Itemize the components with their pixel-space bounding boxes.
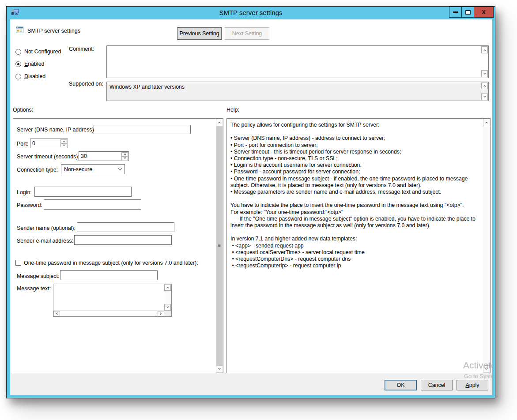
chevron-right-icon <box>159 312 162 315</box>
chevron-up-icon <box>485 122 488 124</box>
port-spinner <box>60 139 67 147</box>
chevron-down-icon <box>166 305 169 308</box>
connection-type-label: Connection type: <box>17 167 58 173</box>
password-input[interactable] <box>44 199 141 210</box>
policy-setting-icon <box>16 26 24 34</box>
help-scrollbar[interactable] <box>483 119 490 373</box>
help-section-label: Help: <box>226 107 239 113</box>
chevron-down-icon <box>483 95 486 98</box>
radio-circle <box>15 61 21 67</box>
message-text-vscrollbar[interactable] <box>164 284 171 311</box>
minimize-button[interactable] <box>449 7 462 18</box>
radio-circle <box>15 49 21 55</box>
smtp-settings-window: SMTP server settings X SMTP server <box>6 6 495 398</box>
scroll-left-button[interactable] <box>53 311 60 316</box>
radio-label: Not Configured <box>24 49 61 55</box>
options-panel: Server (DNS name, IP address): Port: 0 S… <box>13 118 223 373</box>
timeout-spin-down-button[interactable] <box>121 156 128 161</box>
sender-email-label: Sender e-mail address: <box>17 238 73 244</box>
timeout-label: Server timeout (seconds): <box>17 154 79 160</box>
port-input[interactable]: 0 <box>30 139 68 148</box>
help-panel: The policy allows for configuring the se… <box>226 118 491 373</box>
supported-on-value: Windows XP and later versions <box>109 84 185 90</box>
chevron-down-icon <box>124 156 126 159</box>
chevron-up-icon <box>218 122 221 124</box>
options-scroll-down-button[interactable] <box>216 365 223 373</box>
timeout-spinner <box>121 152 128 160</box>
previous-setting-label: P <box>179 30 183 37</box>
connection-type-value: Non-secure <box>64 166 116 172</box>
options-scroll-up-button[interactable] <box>216 119 223 126</box>
scroll-up-button[interactable] <box>164 284 171 291</box>
server-input[interactable] <box>94 125 191 134</box>
comment-scroll-up-button[interactable] <box>481 46 488 53</box>
ok-button[interactable]: OK <box>385 380 417 390</box>
options-section-label: Options: <box>13 107 33 113</box>
maximize-icon <box>465 10 471 15</box>
chevron-down-icon <box>118 167 122 170</box>
chevron-down-icon <box>63 143 65 146</box>
supported-scroll-down-button[interactable] <box>481 94 488 100</box>
port-value: 0 <box>32 140 35 146</box>
login-label: Login: <box>17 189 32 195</box>
close-icon: X <box>482 9 486 15</box>
supported-on-label: Supported on: <box>69 81 103 87</box>
comment-textarea[interactable] <box>106 45 489 78</box>
window-title: SMTP server settings <box>7 9 495 16</box>
scroll-down-button[interactable] <box>164 304 171 311</box>
scrollbar-corner <box>164 311 171 316</box>
sender-name-label: Sender name (optional): <box>17 225 75 231</box>
otp-checkbox[interactable] <box>15 260 21 266</box>
apply-button[interactable]: Apply <box>457 380 488 390</box>
radio-label: Enabled <box>24 61 44 67</box>
maximize-button[interactable] <box>461 7 474 18</box>
message-text-hscrollbar[interactable] <box>53 311 164 316</box>
comment-scroll-down-button[interactable] <box>481 70 488 77</box>
desktop: SMTP server settings X SMTP server <box>0 0 517 420</box>
help-text: The policy allows for configuring the se… <box>230 122 479 369</box>
timeout-value: 30 <box>81 153 87 159</box>
otp-checkbox-label: One-time password in message subject (on… <box>24 260 198 266</box>
message-subject-input[interactable] <box>60 270 158 280</box>
radio-disabled[interactable]: Disabled <box>15 73 45 80</box>
previous-setting-button[interactable]: Previous Setting <box>177 27 222 40</box>
cancel-button[interactable]: Cancel <box>421 380 453 390</box>
dialog-content: SMTP server settings Previous Setting Ne… <box>10 19 492 395</box>
radio-enabled[interactable]: Enabled <box>15 60 44 68</box>
options-scroll-thumb[interactable]: ≡ <box>216 126 223 365</box>
supported-scroll-up-button[interactable] <box>481 82 488 89</box>
chevron-down-icon <box>483 72 486 75</box>
password-label: Password: <box>17 202 42 208</box>
chevron-up-icon <box>483 49 486 52</box>
chevron-left-icon <box>56 312 59 315</box>
message-subject-label: Message subject: <box>17 273 59 279</box>
footer-bar <box>10 373 492 395</box>
scroll-right-button[interactable] <box>158 311 164 316</box>
close-button[interactable]: X <box>474 7 494 18</box>
help-scroll-down-button[interactable] <box>483 365 490 373</box>
message-text-label: Message text: <box>17 285 51 292</box>
port-label: Port: <box>17 141 28 147</box>
comment-label: Comment: <box>69 46 94 52</box>
chevron-up-icon <box>483 85 486 88</box>
sender-name-input[interactable] <box>77 222 174 232</box>
connection-type-select[interactable]: Non-secure <box>61 164 125 174</box>
server-label: Server (DNS name, IP address): <box>17 127 95 133</box>
options-scrollbar[interactable]: ≡ <box>216 119 223 373</box>
radio-not-configured[interactable]: Not Configured <box>15 48 61 55</box>
next-setting-button[interactable]: Next Setting <box>225 27 269 40</box>
radio-circle <box>15 74 21 79</box>
minimize-icon <box>453 11 458 13</box>
sender-email-input[interactable] <box>74 235 172 245</box>
titlebar[interactable]: SMTP server settings X <box>7 7 495 19</box>
login-input[interactable] <box>34 187 132 197</box>
message-text-area[interactable] <box>53 284 172 317</box>
timeout-input[interactable]: 30 <box>79 151 129 161</box>
port-spin-down-button[interactable] <box>60 143 67 148</box>
chevron-up-icon <box>166 287 169 289</box>
chevron-down-icon <box>485 367 488 370</box>
chevron-down-icon <box>218 367 221 370</box>
next-setting-label: N <box>232 30 236 37</box>
setting-title: SMTP server settings <box>27 28 80 34</box>
help-scroll-up-button[interactable] <box>483 119 490 126</box>
